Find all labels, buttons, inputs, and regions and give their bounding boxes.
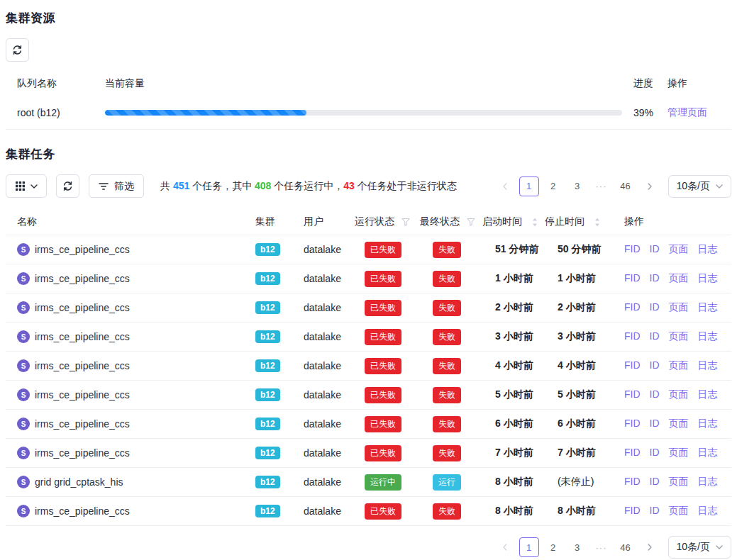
action-link-page[interactable]: 页面: [669, 418, 689, 430]
run-status-badge: 运行中: [365, 474, 401, 491]
pagination-next[interactable]: [640, 537, 660, 557]
action-link-page[interactable]: 页面: [669, 505, 689, 517]
task-avatar: S: [17, 505, 30, 517]
columns-layout-button[interactable]: [6, 174, 47, 198]
action-link-id[interactable]: ID: [650, 388, 660, 401]
action-link-id[interactable]: ID: [650, 476, 660, 488]
action-link-fid[interactable]: FID: [624, 447, 641, 459]
action-link-id[interactable]: ID: [650, 418, 660, 430]
action-link-fid[interactable]: FID: [624, 359, 641, 372]
task-avatar: S: [17, 330, 30, 343]
final-status-badge: 失败: [433, 271, 461, 287]
action-link-fid[interactable]: FID: [624, 330, 641, 343]
task-name: irms_ce_pipeline_ccs: [35, 418, 130, 430]
pagination-page-1[interactable]: 1: [519, 537, 539, 557]
action-link-log[interactable]: 日志: [698, 418, 718, 430]
run-status-badge: 已失败: [365, 445, 401, 461]
action-link-id[interactable]: ID: [650, 301, 660, 314]
action-link-log[interactable]: 日志: [698, 272, 718, 285]
pagination-page-2[interactable]: 2: [543, 177, 563, 196]
pagination-page-46[interactable]: 46: [616, 177, 636, 196]
run-status-filter-icon[interactable]: [401, 218, 410, 226]
col-queue-name: 队列名称: [17, 77, 105, 90]
action-link-fid[interactable]: FID: [624, 388, 641, 401]
action-link-page[interactable]: 页面: [669, 476, 689, 488]
action-link-page[interactable]: 页面: [669, 330, 689, 343]
action-link-fid[interactable]: FID: [624, 301, 641, 314]
pagination-ellipsis[interactable]: ···: [592, 537, 611, 557]
stop-time-sort-icon[interactable]: [594, 218, 600, 227]
action-link-id[interactable]: ID: [650, 359, 660, 372]
task-user: datalake: [304, 273, 355, 284]
task-row: Sirms_ce_pipeline_ccsb12datalake已失败失败3 小…: [6, 323, 731, 352]
page: 集群资源 队列名称 当前容量 进度 操作 root (b12) 39% 管理页面…: [0, 0, 737, 560]
task-row: Sirms_ce_pipeline_ccsb12datalake已失败失败7 小…: [6, 439, 731, 468]
task-name: grid grid_cptask_his: [35, 476, 123, 488]
action-link-fid[interactable]: FID: [624, 505, 641, 517]
action-link-fid[interactable]: FID: [624, 476, 641, 488]
action-link-id[interactable]: ID: [650, 447, 660, 459]
tasks-section-title: 集群任务: [6, 146, 731, 162]
action-link-id[interactable]: ID: [650, 243, 660, 256]
action-link-fid[interactable]: FID: [624, 418, 641, 430]
task-user: datalake: [304, 331, 355, 342]
tasks-refresh-button[interactable]: [56, 174, 79, 198]
pagination-page-46[interactable]: 46: [616, 537, 636, 557]
resources-refresh-button[interactable]: [6, 38, 29, 62]
task-user: datalake: [304, 302, 355, 313]
run-status-badge: 已失败: [365, 416, 401, 432]
pagination-prev[interactable]: [495, 177, 515, 196]
pagination-ellipsis[interactable]: ···: [592, 177, 611, 196]
final-status-filter-icon[interactable]: [467, 218, 475, 226]
action-link-log[interactable]: 日志: [698, 301, 718, 314]
action-link-log[interactable]: 日志: [698, 243, 718, 256]
run-status-badge: 已失败: [365, 503, 401, 520]
action-link-id[interactable]: ID: [650, 272, 660, 285]
start-time: 51 分钟前: [482, 243, 545, 256]
page-size-label: 10条/页: [677, 180, 710, 193]
action-link-log[interactable]: 日志: [698, 330, 718, 343]
task-row: Sirms_ce_pipeline_ccsb12datalake已失败失败1 小…: [6, 264, 731, 293]
col-run-status: 运行状态: [355, 215, 420, 228]
run-status-badge: 已失败: [365, 271, 401, 287]
action-link-log[interactable]: 日志: [698, 447, 718, 459]
task-avatar: S: [17, 301, 30, 314]
action-link-page[interactable]: 页面: [669, 388, 689, 401]
pagination-page-3[interactable]: 3: [567, 537, 587, 557]
action-link-log[interactable]: 日志: [698, 505, 718, 517]
stop-time: 1 小时前: [545, 272, 624, 285]
start-time-sort-icon[interactable]: [532, 218, 538, 227]
page-size-select[interactable]: 10条/页: [668, 175, 731, 198]
action-link-id[interactable]: ID: [650, 505, 660, 517]
cluster-badge: b12: [255, 243, 280, 256]
stop-time: 8 小时前: [545, 505, 624, 517]
tasks-table: 名称 集群 用户 运行状态 最终状态 启动时间 停止时间 操作 Sirms_ce…: [6, 209, 731, 526]
pagination-prev[interactable]: [495, 537, 515, 557]
filter-button[interactable]: 筛选: [89, 174, 144, 198]
manage-page-link[interactable]: 管理页面: [667, 106, 707, 118]
page-size-select[interactable]: 10条/页: [668, 536, 731, 559]
action-link-page[interactable]: 页面: [669, 243, 689, 256]
action-link-page[interactable]: 页面: [669, 272, 689, 285]
filter-lines-icon: [99, 182, 109, 191]
chevron-down-icon: [716, 184, 723, 189]
task-avatar: S: [17, 243, 30, 256]
col-cluster: 集群: [255, 215, 304, 228]
action-link-page[interactable]: 页面: [669, 301, 689, 314]
action-link-log[interactable]: 日志: [698, 476, 718, 488]
pagination-page-1[interactable]: 1: [519, 177, 539, 196]
action-link-page[interactable]: 页面: [669, 447, 689, 459]
action-link-log[interactable]: 日志: [698, 388, 718, 401]
final-status-badge: 运行: [433, 474, 461, 491]
col-user: 用户: [304, 215, 355, 228]
pagination-page-3[interactable]: 3: [567, 177, 587, 196]
action-link-page[interactable]: 页面: [669, 359, 689, 372]
action-link-log[interactable]: 日志: [698, 359, 718, 372]
action-link-fid[interactable]: FID: [624, 272, 641, 285]
pagination-page-2[interactable]: 2: [543, 537, 563, 557]
tasks-toolbar: 筛选 共 451 个任务，其中 408 个任务运行中，43 个任务处于非运行状态…: [6, 174, 731, 198]
action-link-fid[interactable]: FID: [624, 243, 641, 256]
action-link-id[interactable]: ID: [650, 330, 660, 343]
task-name: irms_ce_pipeline_ccs: [35, 273, 130, 284]
pagination-next[interactable]: [640, 177, 660, 196]
